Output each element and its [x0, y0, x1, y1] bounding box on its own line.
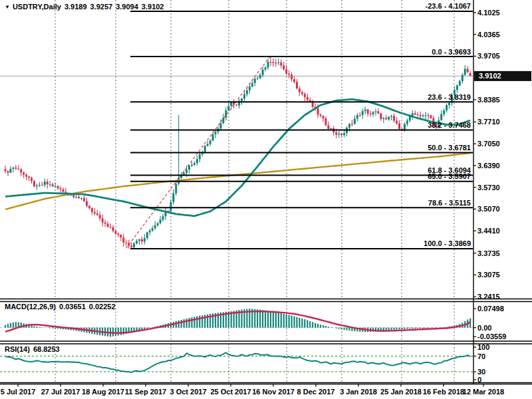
- candle-body: [304, 94, 306, 97]
- candle-body: [356, 115, 358, 118]
- time-axis-label: 27 Jul 2017: [41, 388, 80, 396]
- candle-body: [280, 63, 282, 66]
- candle-body: [133, 243, 135, 247]
- candle-body: [296, 82, 298, 88]
- price-chart-canvas[interactable]: -23.6 - 4.10670.0 - 3.969323.6 - 3.83193…: [0, 0, 532, 399]
- fibonacci-label: 78.6 - 3.5115: [428, 199, 471, 207]
- open-value: 3.9189: [65, 3, 87, 11]
- candle-body: [194, 163, 196, 165]
- macd-axis-label: 0.07498: [477, 305, 504, 313]
- time-axis-label: 16 Nov 2017: [252, 388, 295, 396]
- candle-body: [291, 74, 293, 79]
- candle-body: [207, 144, 209, 146]
- rsi-line: [5, 352, 470, 372]
- candle-body: [125, 243, 127, 243]
- close-value: 3.9102: [142, 3, 164, 11]
- candle-body: [272, 62, 274, 63]
- candle-body: [162, 216, 164, 219]
- candle-body: [330, 128, 332, 129]
- time-axis-label: 25 Jan 2018: [380, 388, 422, 396]
- symbol-period-label: USDTRY,Daily: [13, 3, 61, 11]
- rsi-axis-label: 0: [477, 376, 481, 384]
- price-tick-label: 3.6390: [477, 162, 500, 170]
- candle-body: [359, 115, 361, 116]
- dropdown-icon[interactable]: ▼: [5, 4, 10, 10]
- candle-body: [209, 140, 211, 144]
- fibonacci-label: 100.0 - 3.3869: [424, 239, 471, 247]
- time-axis-label: 3 Jan 2018: [340, 388, 377, 396]
- candle-body: [380, 114, 382, 119]
- candle-body: [259, 75, 261, 78]
- candle-body: [107, 223, 109, 227]
- candle-body: [285, 69, 287, 73]
- candle-body: [146, 232, 148, 238]
- candle-body: [420, 115, 422, 116]
- candle-body: [141, 239, 143, 241]
- price-tick-label: 3.7710: [477, 118, 500, 126]
- candle-body: [196, 159, 198, 163]
- candle-body: [20, 170, 22, 173]
- candle-body: [120, 235, 122, 237]
- candle-body: [320, 114, 322, 116]
- candle-body: [28, 177, 30, 178]
- candle-body: [288, 74, 290, 74]
- candle-body: [9, 169, 11, 173]
- candle-body: [136, 241, 138, 243]
- candle-body: [307, 97, 309, 100]
- candle-body: [157, 223, 159, 225]
- candle-body: [446, 105, 448, 110]
- candle-body: [36, 186, 38, 186]
- price-tick-label: 3.5730: [477, 184, 500, 192]
- time-axis-label: 3 Oct 2017: [170, 388, 206, 396]
- candle-body: [443, 110, 445, 114]
- candle-body: [390, 116, 392, 116]
- candle-body: [96, 213, 98, 215]
- candle-body: [83, 198, 85, 201]
- chart-title: ▼USDTRY,Daily3.91893.92573.90943.9102: [5, 3, 164, 11]
- candle-body: [440, 114, 442, 120]
- candle-body: [199, 154, 201, 159]
- candle-body: [343, 133, 345, 135]
- price-tick-label: 3.2415: [477, 293, 500, 301]
- candle-body: [78, 197, 80, 198]
- time-axis-label: 5 Jul 2017: [1, 388, 36, 396]
- candle-body: [275, 63, 277, 64]
- candle-body: [25, 175, 27, 177]
- candle-body: [469, 73, 471, 76]
- candle-body: [112, 227, 114, 231]
- candle-body: [227, 106, 229, 110]
- fibonacci-label: 23.6 - 3.8319: [428, 93, 471, 101]
- candle-body: [430, 116, 432, 118]
- candle-body: [325, 118, 327, 125]
- candle-body: [152, 228, 154, 230]
- candle-body: [23, 172, 25, 174]
- candle-body: [191, 165, 193, 166]
- candle-body: [49, 184, 51, 185]
- price-tick-label: 3.5070: [477, 205, 500, 213]
- price-tick-label: 3.8385: [477, 96, 500, 104]
- fibonacci-label: 0.0 - 3.9693: [432, 48, 471, 56]
- price-tick-label: 4.0365: [477, 31, 500, 39]
- time-axis-label: 25 Oct 2017: [210, 388, 251, 396]
- candle-body: [241, 98, 243, 100]
- candle-body: [364, 110, 366, 111]
- candle-body: [102, 218, 104, 222]
- candle-body: [377, 111, 379, 113]
- rsi-axis-label: 70: [477, 352, 485, 360]
- candle-body: [86, 201, 88, 206]
- candle-body: [262, 70, 264, 75]
- candle-body: [80, 198, 82, 199]
- candle-body: [15, 168, 17, 169]
- time-axis-label: 11 Sep 2017: [125, 388, 166, 396]
- candle-body: [39, 185, 41, 186]
- time-axis-label: 18 Aug 2017: [82, 388, 124, 396]
- price-tick-label: 4.1025: [477, 9, 500, 17]
- rsi-value: 68.8253: [33, 345, 60, 353]
- candle-body: [235, 104, 237, 105]
- price-tick-label: 3.4410: [477, 227, 500, 235]
- candle-body: [269, 62, 271, 63]
- macd-name: MACD(12,26,9): [5, 303, 56, 311]
- candle-body: [149, 231, 151, 233]
- candle-body: [409, 116, 411, 120]
- macd-signal-value: 0.02252: [89, 303, 116, 311]
